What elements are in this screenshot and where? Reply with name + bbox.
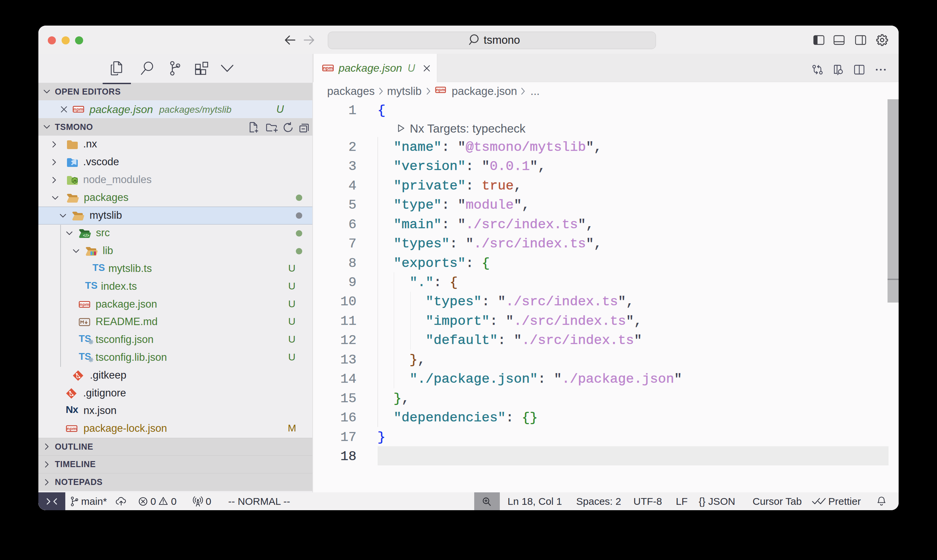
svg-text:npm: npm <box>79 302 89 307</box>
svg-text:npm: npm <box>74 107 83 112</box>
svg-text:npm: npm <box>67 426 77 431</box>
svg-text:npm: npm <box>323 66 333 71</box>
svg-text:</>: </> <box>83 233 89 238</box>
svg-text:npm: npm <box>436 87 445 92</box>
svg-text:JS: JS <box>73 179 76 182</box>
